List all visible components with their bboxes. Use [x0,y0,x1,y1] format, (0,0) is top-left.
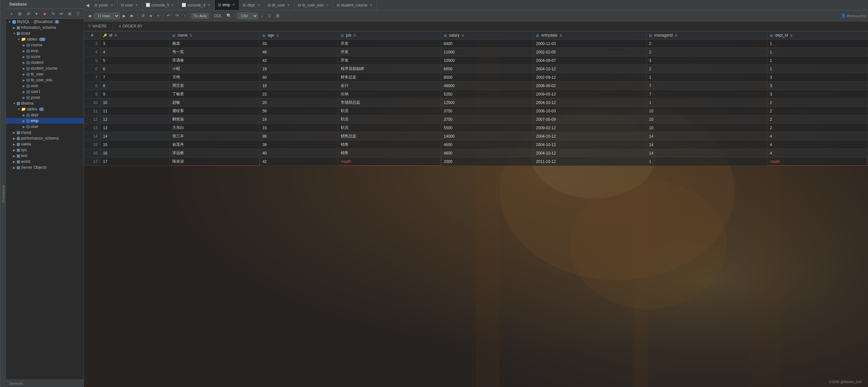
cell-entrydate[interactable]: 2009-02-12 [533,124,646,132]
cell-name[interactable]: 陈友谅 [170,157,260,166]
sidebar-item-information-schema[interactable]: ▶ ▦ information_schema [6,25,84,30]
table-row[interactable]: 77灭绝60财务总监85002002-09-1213 [84,73,868,82]
cell-dept-id[interactable]: <null> [767,157,868,166]
cell-entrydate[interactable]: 2011-10-12 [533,157,646,166]
cell-managerid[interactable]: 1 [646,157,767,166]
cell-job[interactable]: <null> [338,157,441,166]
cell-dept-id[interactable]: 2 [767,115,868,124]
cell-age[interactable]: 19 [260,82,338,90]
cell-managerid[interactable]: 10 [646,107,767,115]
sidebar-grid-btn[interactable]: ⊞ [17,10,24,17]
cell-job[interactable]: 出纳 [338,90,441,98]
sidebar-sync-btn[interactable]: ✦ [33,10,40,17]
cell-entrydate[interactable]: 2006-06-02 [533,82,646,90]
col-dept-id[interactable]: ▤ dept_id ⇅ [767,31,868,39]
cell-entrydate[interactable]: 2004-10-12 [533,65,646,73]
cell-age[interactable]: 20 [260,98,338,107]
sidebar-item-dept[interactable]: ▶ ▤ dept [6,112,84,118]
cell-age[interactable]: 33 [260,39,338,48]
cell-entrydate[interactable]: 2002-02-05 [533,48,646,56]
cell-managerid[interactable]: 14 [646,140,767,149]
sidebar-item-yuser[interactable]: ▶ ▤ yuser [6,95,84,100]
cell-id[interactable]: 3 [100,39,170,48]
cell-salary[interactable]: 2000 [441,157,533,166]
toolbar-nav-last[interactable]: ▶| [129,11,136,21]
cell-name[interactable]: 小昭 [170,65,260,73]
cell-dept-id[interactable]: 4 [767,149,868,157]
table-row[interactable]: 88周芷若19会计480002006-06-0273 [84,82,868,90]
csv-select[interactable]: CSV JSON XML [237,12,258,19]
cell-dept-id[interactable]: 1 [767,48,868,56]
col-name[interactable]: ▤ name ⇅ [170,31,260,39]
toolbar-download-btn[interactable]: ↓ [259,12,265,20]
sidebar-item-sakila[interactable]: ▶ ▦ sakila [6,141,84,147]
cell-salary[interactable]: 11000 [441,48,533,56]
col-job[interactable]: ▤ job ⇅ [338,31,441,39]
tab-close-dept[interactable]: ✕ [256,3,261,7]
col-managerid[interactable]: ▤ managerid ⇅ [646,31,767,39]
table-wrapper[interactable]: # 🔑 id ⇅ ▤ name ⇅ ▤ age ⇅ [84,31,868,387]
cell-name[interactable]: 鹿杖客 [170,107,260,115]
cell-id[interactable]: 10 [100,98,170,107]
cell-name[interactable]: 灭绝 [170,73,260,82]
sidebar-refresh-btn[interactable]: ↺ [25,10,32,17]
col-age[interactable]: ▤ age ⇅ [260,31,338,39]
col-salary[interactable]: ▤ salary ⇅ [441,31,533,39]
tab-close-emp[interactable]: ✕ [231,3,236,7]
cell-salary[interactable]: 3750 [441,115,533,124]
tab-close-console5[interactable]: ✕ [170,3,175,7]
tab-nav-prev[interactable]: ◀ [84,0,91,10]
cell-salary[interactable]: 12500 [441,98,533,107]
tab-close-tb-user[interactable]: ✕ [286,3,291,7]
rows-select[interactable]: 17 rows 50 rows 100 rows [94,12,120,19]
cell-managerid[interactable]: 14 [646,132,767,140]
cell-job[interactable]: 销售总监 [338,132,441,140]
cell-age[interactable]: 43 [260,56,338,65]
ddl-btn[interactable]: DDL [213,13,223,18]
cell-id[interactable]: 4 [100,48,170,56]
sidebar-plus-btn[interactable]: ⊕ [66,10,73,17]
toolbar-copy-btn[interactable]: ⊞ [274,12,281,20]
table-row[interactable]: 1010赵敏20市场部总监125002004-10-1212 [84,98,868,107]
toolbar-add-row-btn[interactable]: + [155,12,162,20]
cell-age[interactable]: 42 [260,157,338,166]
tab-close-yuser[interactable]: ✕ [110,3,114,7]
tab-close-tb-user-edu[interactable]: ✕ [325,3,330,7]
tab-student-course[interactable]: ▤ student_course ✕ [333,0,377,10]
cell-name[interactable]: 丁敏君 [170,90,260,98]
cell-entrydate[interactable]: 2004-09-07 [533,56,646,65]
cell-dept-id[interactable]: 2 [767,124,868,132]
sidebar-add-btn[interactable]: + [8,10,15,17]
cell-salary[interactable]: 5250 [441,90,533,98]
cell-dept-id[interactable]: 2 [767,107,868,115]
cell-job[interactable]: 财务总监 [338,73,441,82]
cell-salary[interactable]: 6600 [441,65,533,73]
sidebar-item-tb-user-edu[interactable]: ▶ ▤ tb_user_edu [6,77,84,83]
cell-job[interactable]: 程序员鼓励师 [338,65,441,73]
table-row[interactable]: 1111鹿杖客56职员37502006-10-03102 [84,107,868,115]
toolbar-redo-btn[interactable]: ↷ [173,12,181,20]
tab-close-console4[interactable]: ✕ [207,3,211,7]
cell-id[interactable]: 5 [100,56,170,65]
cell-age[interactable]: 19 [260,115,338,124]
toolbar-search-btn[interactable]: 🔍 [224,12,234,20]
cell-managerid[interactable]: 1 [646,98,767,107]
cell-job[interactable]: 职员 [338,124,441,132]
cell-name[interactable]: 周芷若 [170,82,260,90]
cell-id[interactable]: 14 [100,132,170,140]
sidebar-item-student-course[interactable]: ▶ ▤ student_course [6,65,84,71]
sidebar-item-tables-itheima[interactable]: ▼ 📁 tables 3 [6,106,84,112]
tab-close-student-course[interactable]: ✕ [369,3,373,7]
tab-yuser[interactable]: ▤ yuser ✕ [91,0,118,10]
table-row[interactable]: 1414张三丰88销售总监140002004-10-12144 [84,132,868,140]
sidebar-item-user1[interactable]: ▶ ▤ user1 [6,89,84,95]
cell-id[interactable]: 11 [100,107,170,115]
cell-managerid[interactable]: 1 [646,73,767,82]
cell-id[interactable]: 9 [100,90,170,98]
cell-age[interactable]: 19 [260,124,338,132]
cell-dept-id[interactable]: 1 [767,65,868,73]
sidebar-item-test[interactable]: ▶ ▦ test [6,153,84,159]
sidebar-item-user-itcast[interactable]: ▶ ▤ user [6,83,84,89]
cell-salary[interactable]: 5500 [441,124,533,132]
sidebar-item-student[interactable]: ▶ ▤ student [6,60,84,65]
